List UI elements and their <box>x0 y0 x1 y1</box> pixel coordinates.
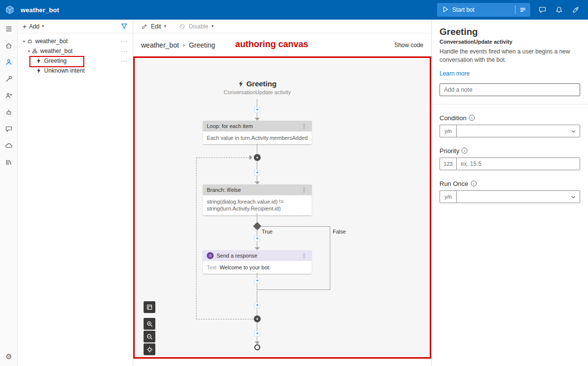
flow-line <box>257 176 257 182</box>
zoom-out-button[interactable] <box>144 331 155 342</box>
flow-line <box>257 99 257 107</box>
project-explorer: + Add ▾ ▾ weather_bot ··· ▾ <box>18 20 133 366</box>
info-icon[interactable]: i <box>469 115 475 121</box>
start-bot-button[interactable]: Start bot <box>437 3 515 17</box>
send-response-node[interactable]: Send a response ⋮ Text Welcome to your b… <box>203 250 312 274</box>
explorer-header: + Add ▾ <box>18 20 133 33</box>
info-icon[interactable]: i <box>471 181 477 186</box>
flow-line <box>257 273 257 278</box>
edit-button[interactable]: Edit ▾ <box>141 23 166 30</box>
run-once-field: y/n <box>440 190 580 203</box>
note-input[interactable] <box>440 83 580 96</box>
add-step-button[interactable]: + <box>254 170 260 176</box>
send-response-bot-icon <box>207 252 214 259</box>
priority-label: Priority i <box>440 147 580 155</box>
runtime-list-icon <box>520 7 526 13</box>
pencil-icon <box>141 23 148 30</box>
design-flow-icon[interactable] <box>2 57 15 68</box>
loop-end-marker <box>254 315 261 322</box>
condition-field: y/n <box>440 125 580 137</box>
node-menu-button[interactable]: ⋮ <box>300 187 308 193</box>
run-once-select[interactable] <box>456 190 580 203</box>
tree-item-trigger-greeting[interactable]: Greeting ··· <box>18 56 133 66</box>
zoom-in-button[interactable] <box>144 318 155 330</box>
breadcrumb-root[interactable]: weather_bot <box>141 41 179 49</box>
branch-node[interactable]: Branch: if/else ⋮ string(dialog.foreach.… <box>203 184 312 215</box>
start-bot-button-group: Start bot <box>437 3 530 17</box>
flow-line <box>257 113 257 118</box>
chevron-down-icon: ▾ <box>164 24 167 28</box>
add-step-button[interactable]: + <box>254 235 260 241</box>
learn-more-link[interactable]: Learn more <box>440 70 469 77</box>
bot-icon[interactable] <box>2 107 15 118</box>
branch-false-label: False <box>333 229 346 235</box>
breadcrumb-current[interactable]: Greeting <box>189 41 215 49</box>
node-menu-button[interactable]: ⋮ <box>300 253 308 259</box>
chat-icon[interactable] <box>2 124 15 134</box>
lightning-icon <box>35 58 42 64</box>
feedback-icon[interactable] <box>538 5 547 14</box>
branch-condition-line1: string(dialog.foreach.value.id) != <box>207 198 308 205</box>
start-bot-label: Start bot <box>452 6 474 13</box>
composer-logo-icon <box>5 5 15 15</box>
center-area: Edit ▾ Disable ▾ weather_bot › Greeting … <box>133 20 431 366</box>
tree-item-project[interactable]: ▾ weather_bot ··· <box>18 36 133 46</box>
reset-view-button[interactable] <box>144 343 155 355</box>
event-subtitle: ConversationUpdate activity <box>179 89 336 95</box>
properties-subtitle: ConversationUpdate activity <box>440 39 580 45</box>
bot-runtime-panel-button[interactable] <box>515 3 530 17</box>
tree-item-label: weather_bot <box>35 38 121 45</box>
node-menu-button[interactable]: ⋮ <box>300 123 308 130</box>
breadcrumb-separator: › <box>183 41 185 49</box>
tree-item-trigger-unknown-intent[interactable]: Unknown intent <box>18 66 133 76</box>
cloud-icon[interactable] <box>2 140 15 151</box>
flow-line <box>257 308 257 315</box>
tools-wrench-icon[interactable] <box>2 74 15 84</box>
settings-gear-icon[interactable]: ⚙ <box>0 352 18 361</box>
priority-input[interactable] <box>457 158 580 170</box>
loop-node[interactable]: Loop: for each item ⋮ Each value in turn… <box>203 121 312 144</box>
header-actions: Start bot <box>437 3 580 17</box>
tree-item-label: Unknown intent <box>44 67 133 74</box>
bot-project-icon <box>26 38 33 44</box>
disable-button[interactable]: Disable ▾ <box>179 23 214 30</box>
loop-begin-marker <box>254 154 261 161</box>
more-options-icon[interactable]: ··· <box>121 58 133 64</box>
add-button[interactable]: + Add ▾ <box>23 23 44 30</box>
add-step-button[interactable]: + <box>254 278 260 284</box>
authoring-canvas[interactable]: Greeting ConversationUpdate activity + L… <box>133 56 431 359</box>
chevron-down-icon: ▾ <box>42 24 45 28</box>
priority-type-prefix: 123 <box>440 157 456 170</box>
send-response-text: Welcome to your bot. <box>220 264 270 271</box>
loop-back-line <box>196 157 250 158</box>
expander-icon[interactable]: ▾ <box>22 39 26 44</box>
library-icon[interactable] <box>2 157 15 168</box>
tree-item-dialog[interactable]: ▾ weather_bot ··· <box>18 46 133 56</box>
flow-line <box>257 289 330 290</box>
branch-node-body: string(dialog.foreach.value.id) != strin… <box>203 195 312 215</box>
minimap-toggle-button[interactable] <box>144 301 155 313</box>
lightning-icon <box>35 68 42 74</box>
expander-icon[interactable]: ▾ <box>26 49 31 53</box>
notifications-bell-icon[interactable] <box>555 5 564 14</box>
add-step-button[interactable]: + <box>254 302 260 308</box>
publish-rocket-icon[interactable] <box>571 5 580 14</box>
loop-back-line <box>196 319 254 319</box>
more-options-icon[interactable]: ··· <box>121 48 133 54</box>
hamburger-menu-icon[interactable] <box>2 24 15 34</box>
filter-button[interactable] <box>121 23 128 30</box>
flow-line <box>257 143 257 154</box>
add-step-button[interactable]: + <box>254 331 260 337</box>
info-icon[interactable]: i <box>462 148 467 154</box>
event-header[interactable]: Greeting ConversationUpdate activity <box>179 79 336 95</box>
user-input-icon[interactable] <box>2 90 15 101</box>
add-step-button[interactable]: + <box>254 107 260 113</box>
show-code-button[interactable]: Show code <box>394 42 423 49</box>
disable-icon <box>179 23 186 30</box>
home-icon[interactable] <box>2 40 15 51</box>
flow-end-marker <box>254 344 260 350</box>
flow-line <box>257 241 257 247</box>
condition-select[interactable] <box>456 125 580 137</box>
more-options-icon[interactable]: ··· <box>121 38 133 44</box>
flow-line <box>257 161 257 170</box>
